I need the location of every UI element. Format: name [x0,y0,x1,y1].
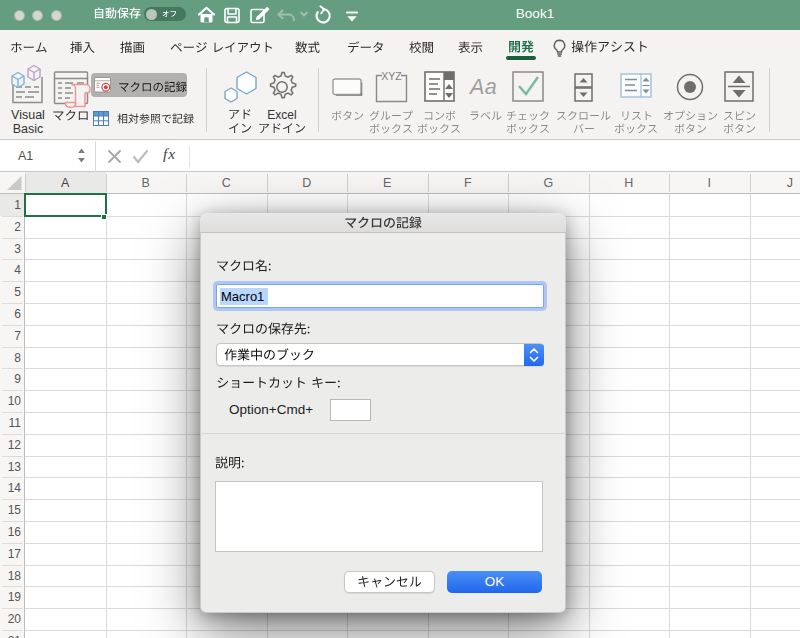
svg-text:XYZ: XYZ [381,71,402,82]
